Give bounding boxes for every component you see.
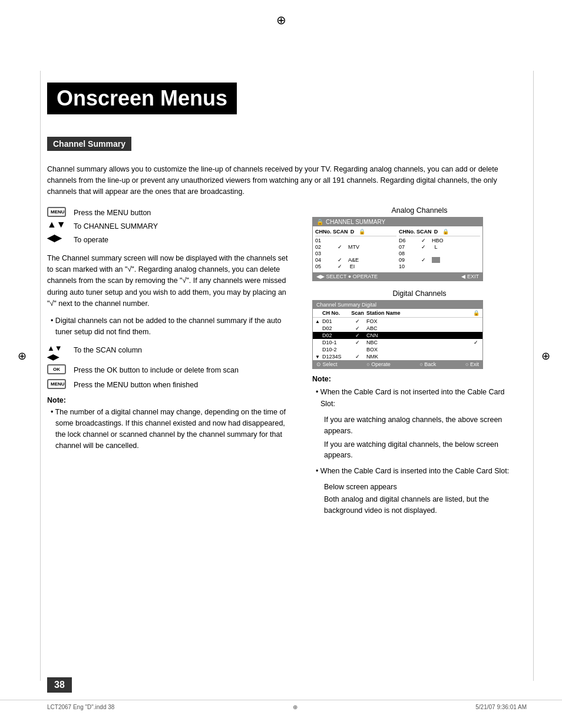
step6-row: MENU Press the MENU button when finished — [47, 378, 300, 391]
body-paragraph-1: The Channel summary screen will now be d… — [47, 253, 295, 310]
cs-col-no-header: CHNo. — [315, 229, 332, 235]
table-row: 01 — [315, 238, 396, 243]
step5-text: Press the OK button to include or delete… — [74, 364, 239, 376]
cs-half-left: CHNo. SCAN D 🔒 01 — [315, 229, 396, 270]
right-margin-line — [533, 71, 534, 681]
step1-text: Press the MENU button — [74, 206, 151, 219]
db-col-lock-header: 🔒 — [472, 310, 480, 316]
right-note-sub-1b: If you are watching digital channels, th… — [312, 439, 527, 462]
footer-left: LCT2067 Eng "D".indd 38 — [47, 704, 114, 710]
cs-body: CHNo. SCAN D 🔒 01 — [313, 226, 482, 272]
cs-header-icon: 🔒 — [316, 219, 323, 225]
right-note-label: Note: — [312, 375, 527, 383]
right-note-bullet-2: • When the Cable Card is inserted into t… — [312, 466, 513, 477]
nav-arrows-updown: ▲▼ — [47, 219, 66, 229]
right-note: Note: • When the Cable Card is not inser… — [312, 375, 527, 516]
db-footer: ⊙ Select ○ Operate ○ Back ○ Exit — [313, 360, 482, 368]
cs-col-d-header-l: D — [348, 229, 356, 235]
db-col-headers: CH No. Scan Station Name 🔒 — [313, 309, 482, 318]
nav-arrows-leftright: ◀▶ — [47, 233, 61, 243]
table-row: D02 ✓ CNN — [313, 332, 482, 339]
db-footer-operate: ○ Operate — [366, 361, 390, 367]
analog-label: Analog Channels — [312, 206, 527, 215]
table-row: D10-1 ✓ NBC ✓ — [313, 339, 482, 346]
right-note-sub-2b: Both analog and digital channels are lis… — [312, 494, 527, 516]
step6-text: Press the MENU button when finished — [74, 378, 198, 391]
cs-col-scan-header-l: SCAN — [333, 229, 347, 235]
step2-text: To CHANNEL SUMMARY — [74, 220, 158, 232]
table-row: D10-2 BOX — [313, 346, 482, 353]
cs-header-text: CHANNEL SUMMARY — [326, 219, 385, 225]
cs-col-headers-right: CHNo. SCAN D 🔒 — [399, 229, 480, 236]
cs-header: 🔒 CHANNEL SUMMARY — [313, 218, 482, 226]
db-col-scan-header: Scan — [349, 310, 366, 316]
table-row: 08 — [399, 251, 480, 256]
intro-text: Channel summary allows you to customize … — [47, 164, 527, 197]
table-row: 05 ✓ EI — [315, 263, 396, 269]
right-reg-mark: ⊕ — [541, 350, 550, 363]
left-note-label: Note: — [47, 396, 295, 404]
footer: LCT2067 Eng "D".indd 38 ⊕ 5/21/07 9:36:0… — [0, 700, 562, 710]
db-footer-back: ○ Back — [419, 361, 436, 367]
analog-channel-summary-box: 🔒 CHANNEL SUMMARY CHNo. SCAN D 🔒 — [312, 217, 483, 281]
db-header: Channel Summary Digital — [313, 301, 482, 309]
cs-col-lock-header-l: 🔒 — [358, 229, 366, 235]
table-row: 10 — [399, 263, 480, 269]
right-note-sub-1a: If you are watching analog channels, the… — [312, 414, 527, 437]
step3-row: ◀▶ To operate — [47, 233, 300, 246]
menu-icon-1: MENU — [47, 207, 66, 217]
footer-right: 5/21/07 9:36:01 AM — [475, 704, 527, 710]
db-col-station-header: Station Name — [366, 310, 472, 316]
section-header: Channel Summary — [47, 137, 131, 151]
left-note: Note: • The number of a digital channel … — [47, 396, 295, 451]
right-note-sub-2a: Below screen appears — [312, 482, 527, 493]
step1-row: MENU Press the MENU button — [47, 206, 300, 219]
cs-half-right: CHNo. SCAN D 🔒 D6 ✓ HBO — [399, 229, 480, 270]
digital-channel-summary-box: Channel Summary Digital CH No. Scan Stat… — [312, 300, 483, 369]
table-row: ▲ D01 ✓ FOX — [313, 318, 482, 325]
left-note-bullet-1: • The number of a digital channel may ch… — [47, 407, 295, 451]
db-header-text: Channel Summary Digital — [316, 302, 376, 308]
cs-footer: ◀▶ SELECT ● OPERATE ◀ EXIT — [313, 272, 482, 281]
top-reg-mark: ⊕ — [276, 13, 286, 27]
step2-row: ▲▼ To CHANNEL SUMMARY — [47, 220, 300, 232]
table-row: 07 ✓ L — [399, 244, 480, 250]
db-footer-select: ⊙ Select — [316, 361, 338, 367]
step3-text: To operate — [74, 233, 108, 246]
table-row: 09 ✓ — [399, 257, 480, 263]
table-row: 03 — [315, 251, 396, 256]
page-number: 38 — [47, 677, 72, 693]
db-footer-exit: ○ Exit — [465, 361, 479, 367]
menu-icon-2: MENU — [47, 379, 66, 389]
bullet-digital-note: • Digital channels can not be added to t… — [47, 315, 295, 338]
table-row: 02 ✓ MTV — [315, 244, 396, 250]
cs-col-headers-left: CHNo. SCAN D 🔒 — [315, 229, 396, 236]
step4-row: ▲▼ ◀▶ To the SCAN column — [47, 344, 300, 361]
table-row: D6 ✓ HBO — [399, 238, 480, 243]
right-note-bullet-1: • When the Cable Card is not inserted in… — [312, 387, 513, 410]
db-col-chno-header: CH No. — [322, 310, 349, 316]
page-title: Onscreen Menus — [47, 83, 237, 114]
table-row: 04 ✓ A&E — [315, 257, 396, 263]
table-row: ▼ D1234S ✓ NMK — [313, 353, 482, 360]
left-reg-mark: ⊕ — [18, 350, 27, 363]
cs-footer-select: ◀▶ SELECT ● OPERATE — [316, 274, 378, 279]
cs-footer-exit: ◀ EXIT — [461, 274, 479, 279]
ok-icon: OK — [47, 364, 66, 374]
step4-arrows: ▲▼ ◀▶ — [47, 344, 62, 361]
table-row: D02 ✓ ABC — [313, 325, 482, 332]
left-margin-line — [40, 71, 41, 681]
bottom-reg-mark: ⊕ — [293, 704, 297, 710]
digital-label: Digital Channels — [312, 289, 527, 298]
step5-row: OK Press the OK button to include or del… — [47, 364, 300, 376]
step4-text: To the SCAN column — [74, 344, 142, 356]
